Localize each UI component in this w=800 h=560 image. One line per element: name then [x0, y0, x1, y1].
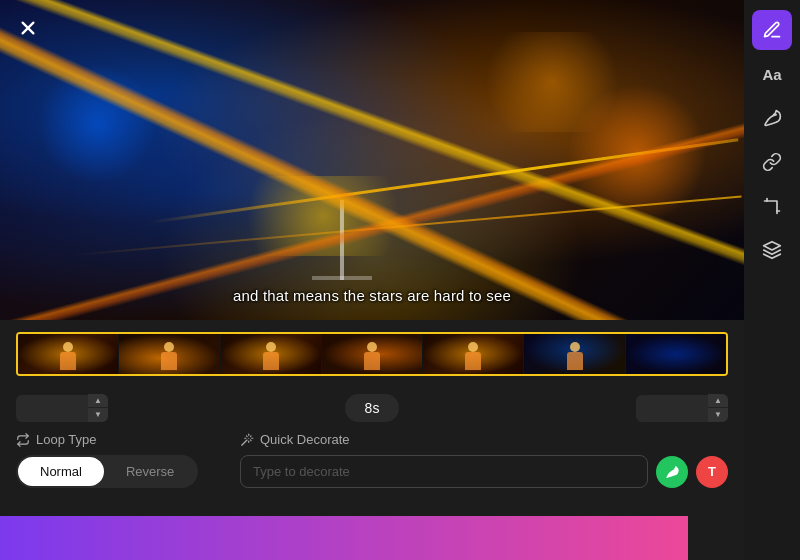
time-controls: 0:00.00 ▲ ▼ 8s 0:08.00 ▲ ▼: [16, 394, 728, 422]
start-time-down[interactable]: ▼: [88, 408, 108, 422]
decorate-label: Quick Decorate: [240, 432, 728, 447]
film-frame-5: [423, 334, 524, 374]
end-time-input[interactable]: 0:08.00: [636, 395, 708, 422]
text-tool-icon: Aa: [762, 66, 781, 83]
light-blob-4: [567, 84, 707, 224]
film-frame-6: [524, 334, 625, 374]
light-blob-3: [223, 176, 423, 256]
right-toolbar: Aa: [744, 0, 800, 560]
film-frame-7: [626, 334, 726, 374]
avatar-green[interactable]: [656, 456, 688, 488]
light-blob-1: [37, 64, 157, 184]
main-content: and that means the stars are hard to see: [0, 0, 744, 560]
timeline-track[interactable]: [16, 332, 728, 376]
loop-label: Loop Type: [16, 432, 216, 447]
bridge-shape: [312, 200, 372, 280]
wand-icon: [240, 433, 254, 447]
decorate-input-row: T: [240, 455, 728, 488]
start-time-input[interactable]: 0:00.00: [16, 395, 88, 422]
start-time-spinners: ▲ ▼: [88, 394, 108, 422]
start-time-group: 0:00.00 ▲ ▼: [16, 394, 108, 422]
end-time-up[interactable]: ▲: [708, 394, 728, 408]
crop-tool-button[interactable]: [752, 186, 792, 226]
close-button[interactable]: [14, 14, 42, 42]
film-frame-4: [322, 334, 423, 374]
duration-badge: 8s: [345, 394, 400, 422]
video-subtitle: and that means the stars are hard to see: [0, 287, 744, 304]
end-time-spinners: ▲ ▼: [708, 394, 728, 422]
film-frame-3: [221, 334, 322, 374]
avatar-text: T: [708, 464, 716, 479]
loop-toggle-group: Normal Reverse: [16, 455, 198, 488]
pen-tool-button[interactable]: [752, 10, 792, 50]
normal-loop-button[interactable]: Normal: [18, 457, 104, 486]
loop-section: Loop Type Normal Reverse: [16, 432, 216, 488]
end-time-down[interactable]: ▼: [708, 408, 728, 422]
start-time-up[interactable]: ▲: [88, 394, 108, 408]
loop-icon: [16, 433, 30, 447]
svg-marker-0: [764, 242, 781, 250]
reverse-loop-button[interactable]: Reverse: [104, 457, 196, 486]
options-row: Loop Type Normal Reverse: [16, 432, 728, 488]
avatar-red[interactable]: T: [696, 456, 728, 488]
leaf-avatar-icon: [664, 464, 680, 480]
road-trail-2: [74, 196, 741, 256]
timeline-container[interactable]: [16, 332, 728, 384]
decorate-input[interactable]: [240, 455, 648, 488]
loop-label-text: Loop Type: [36, 432, 96, 447]
film-frame-1: [18, 334, 119, 374]
link-tool-button[interactable]: [752, 142, 792, 182]
end-time-group: 0:08.00 ▲ ▼: [636, 394, 728, 422]
video-preview: and that means the stars are hard to see: [0, 0, 744, 320]
text-tool-button[interactable]: Aa: [752, 54, 792, 94]
decorate-label-text: Quick Decorate: [260, 432, 350, 447]
video-background: [0, 0, 744, 320]
layers-tool-button[interactable]: [752, 230, 792, 270]
film-frame-2: [119, 334, 220, 374]
leaf-tool-button[interactable]: [752, 98, 792, 138]
decorate-section: Quick Decorate T: [240, 432, 728, 488]
bottom-bar[interactable]: [0, 516, 688, 560]
light-blob-2: [472, 32, 632, 132]
road-trail-1: [149, 138, 739, 224]
